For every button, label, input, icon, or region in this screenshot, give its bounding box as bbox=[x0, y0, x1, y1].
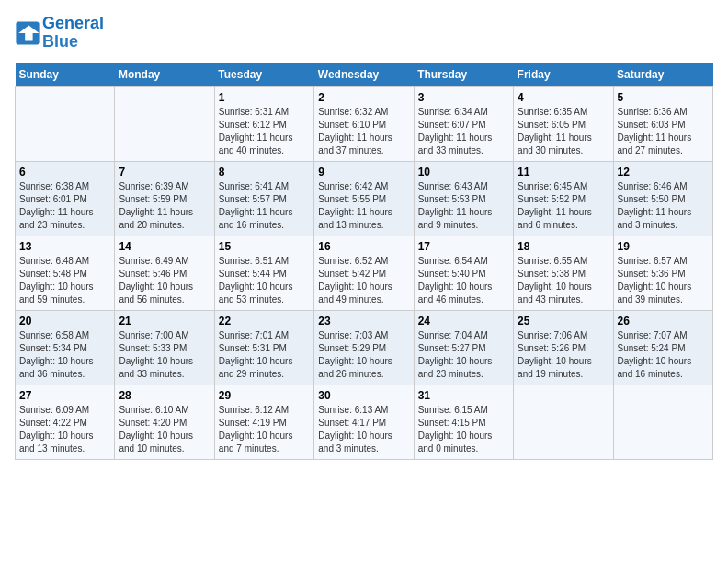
week-row-5: 27Sunrise: 6:09 AM Sunset: 4:22 PM Dayli… bbox=[16, 385, 713, 459]
calendar-cell: 20Sunrise: 6:58 AM Sunset: 5:34 PM Dayli… bbox=[16, 310, 115, 385]
day-number: 30 bbox=[318, 389, 409, 402]
calendar-cell: 6Sunrise: 6:38 AM Sunset: 6:01 PM Daylig… bbox=[16, 161, 115, 236]
week-row-3: 13Sunrise: 6:48 AM Sunset: 5:48 PM Dayli… bbox=[16, 236, 713, 310]
page-header: General Blue bbox=[15, 15, 713, 52]
calendar-cell: 11Sunrise: 6:45 AM Sunset: 5:52 PM Dayli… bbox=[514, 161, 613, 236]
day-header-thursday: Thursday bbox=[414, 63, 513, 87]
calendar-cell: 14Sunrise: 6:49 AM Sunset: 5:46 PM Dayli… bbox=[115, 236, 214, 310]
day-number: 3 bbox=[418, 91, 509, 104]
day-info: Sunrise: 7:07 AM Sunset: 5:24 PM Dayligh… bbox=[618, 329, 709, 381]
day-info: Sunrise: 6:35 AM Sunset: 6:05 PM Dayligh… bbox=[518, 106, 609, 157]
day-number: 14 bbox=[119, 240, 210, 253]
day-number: 10 bbox=[418, 166, 509, 178]
calendar-cell: 12Sunrise: 6:46 AM Sunset: 5:50 PM Dayli… bbox=[613, 161, 712, 236]
day-info: Sunrise: 7:04 AM Sunset: 5:27 PM Dayligh… bbox=[418, 329, 509, 381]
day-info: Sunrise: 6:42 AM Sunset: 5:55 PM Dayligh… bbox=[318, 180, 409, 232]
calendar-cell: 23Sunrise: 7:03 AM Sunset: 5:29 PM Dayli… bbox=[314, 310, 414, 385]
calendar-cell: 13Sunrise: 6:48 AM Sunset: 5:48 PM Dayli… bbox=[16, 236, 115, 310]
day-number: 15 bbox=[219, 240, 310, 253]
day-info: Sunrise: 6:48 AM Sunset: 5:48 PM Dayligh… bbox=[19, 255, 110, 306]
calendar-cell: 4Sunrise: 6:35 AM Sunset: 6:05 PM Daylig… bbox=[514, 86, 613, 161]
calendar-cell: 8Sunrise: 6:41 AM Sunset: 5:57 PM Daylig… bbox=[214, 161, 313, 236]
day-info: Sunrise: 6:45 AM Sunset: 5:52 PM Dayligh… bbox=[518, 180, 609, 232]
day-info: Sunrise: 6:58 AM Sunset: 5:34 PM Dayligh… bbox=[19, 329, 110, 381]
calendar-cell: 16Sunrise: 6:52 AM Sunset: 5:42 PM Dayli… bbox=[314, 236, 414, 310]
day-info: Sunrise: 6:10 AM Sunset: 4:20 PM Dayligh… bbox=[119, 404, 210, 455]
day-number: 16 bbox=[318, 240, 409, 253]
day-number: 6 bbox=[19, 166, 110, 178]
week-row-1: 1Sunrise: 6:31 AM Sunset: 6:12 PM Daylig… bbox=[16, 86, 713, 161]
logo-icon bbox=[15, 20, 40, 46]
calendar-cell: 1Sunrise: 6:31 AM Sunset: 6:12 PM Daylig… bbox=[214, 86, 313, 161]
calendar-cell bbox=[16, 86, 115, 161]
day-header-wednesday: Wednesday bbox=[314, 63, 414, 87]
calendar-cell: 5Sunrise: 6:36 AM Sunset: 6:03 PM Daylig… bbox=[613, 86, 712, 161]
days-header-row: SundayMondayTuesdayWednesdayThursdayFrid… bbox=[16, 63, 713, 87]
calendar-cell bbox=[613, 385, 712, 459]
calendar-header: SundayMondayTuesdayWednesdayThursdayFrid… bbox=[16, 63, 713, 87]
day-info: Sunrise: 6:52 AM Sunset: 5:42 PM Dayligh… bbox=[318, 255, 409, 306]
day-number: 1 bbox=[219, 91, 310, 104]
day-info: Sunrise: 7:00 AM Sunset: 5:33 PM Dayligh… bbox=[119, 329, 210, 381]
day-info: Sunrise: 6:57 AM Sunset: 5:36 PM Dayligh… bbox=[618, 255, 709, 306]
day-info: Sunrise: 6:34 AM Sunset: 6:07 PM Dayligh… bbox=[418, 106, 509, 157]
day-number: 22 bbox=[219, 315, 310, 327]
day-number: 5 bbox=[618, 91, 709, 104]
day-number: 28 bbox=[119, 389, 210, 402]
calendar-cell: 7Sunrise: 6:39 AM Sunset: 5:59 PM Daylig… bbox=[115, 161, 214, 236]
day-info: Sunrise: 6:13 AM Sunset: 4:17 PM Dayligh… bbox=[318, 404, 409, 455]
day-header-friday: Friday bbox=[514, 63, 613, 87]
day-number: 21 bbox=[119, 315, 210, 327]
calendar-cell: 25Sunrise: 7:06 AM Sunset: 5:26 PM Dayli… bbox=[514, 310, 613, 385]
day-number: 23 bbox=[318, 315, 409, 327]
day-number: 12 bbox=[618, 166, 709, 178]
calendar-cell: 17Sunrise: 6:54 AM Sunset: 5:40 PM Dayli… bbox=[414, 236, 513, 310]
day-header-sunday: Sunday bbox=[16, 63, 115, 87]
day-info: Sunrise: 6:32 AM Sunset: 6:10 PM Dayligh… bbox=[318, 106, 409, 157]
week-row-4: 20Sunrise: 6:58 AM Sunset: 5:34 PM Dayli… bbox=[16, 310, 713, 385]
day-info: Sunrise: 6:36 AM Sunset: 6:03 PM Dayligh… bbox=[618, 106, 709, 157]
calendar-cell bbox=[115, 86, 214, 161]
logo: General Blue bbox=[15, 15, 104, 52]
day-number: 24 bbox=[418, 315, 509, 327]
day-info: Sunrise: 6:49 AM Sunset: 5:46 PM Dayligh… bbox=[119, 255, 210, 306]
day-info: Sunrise: 6:41 AM Sunset: 5:57 PM Dayligh… bbox=[219, 180, 310, 232]
calendar-cell: 19Sunrise: 6:57 AM Sunset: 5:36 PM Dayli… bbox=[613, 236, 712, 310]
calendar-cell: 10Sunrise: 6:43 AM Sunset: 5:53 PM Dayli… bbox=[414, 161, 513, 236]
day-info: Sunrise: 6:51 AM Sunset: 5:44 PM Dayligh… bbox=[219, 255, 310, 306]
day-header-saturday: Saturday bbox=[613, 63, 712, 87]
calendar-cell: 22Sunrise: 7:01 AM Sunset: 5:31 PM Dayli… bbox=[214, 310, 313, 385]
day-info: Sunrise: 6:12 AM Sunset: 4:19 PM Dayligh… bbox=[219, 404, 310, 455]
day-header-tuesday: Tuesday bbox=[214, 63, 313, 87]
day-number: 26 bbox=[618, 315, 709, 327]
calendar-body: 1Sunrise: 6:31 AM Sunset: 6:12 PM Daylig… bbox=[16, 86, 713, 459]
day-number: 27 bbox=[19, 389, 110, 402]
day-header-monday: Monday bbox=[115, 63, 214, 87]
logo-text: General Blue bbox=[42, 15, 104, 52]
day-info: Sunrise: 6:38 AM Sunset: 6:01 PM Dayligh… bbox=[19, 180, 110, 232]
day-number: 17 bbox=[418, 240, 509, 253]
calendar-cell: 31Sunrise: 6:15 AM Sunset: 4:15 PM Dayli… bbox=[414, 385, 513, 459]
calendar-cell: 21Sunrise: 7:00 AM Sunset: 5:33 PM Dayli… bbox=[115, 310, 214, 385]
calendar-cell: 27Sunrise: 6:09 AM Sunset: 4:22 PM Dayli… bbox=[16, 385, 115, 459]
day-number: 4 bbox=[518, 91, 609, 104]
day-number: 20 bbox=[19, 315, 110, 327]
day-number: 8 bbox=[219, 166, 310, 178]
calendar-cell: 26Sunrise: 7:07 AM Sunset: 5:24 PM Dayli… bbox=[613, 310, 712, 385]
calendar-cell: 30Sunrise: 6:13 AM Sunset: 4:17 PM Dayli… bbox=[314, 385, 414, 459]
day-info: Sunrise: 6:15 AM Sunset: 4:15 PM Dayligh… bbox=[418, 404, 509, 455]
day-number: 11 bbox=[518, 166, 609, 178]
calendar-cell: 29Sunrise: 6:12 AM Sunset: 4:19 PM Dayli… bbox=[214, 385, 313, 459]
week-row-2: 6Sunrise: 6:38 AM Sunset: 6:01 PM Daylig… bbox=[16, 161, 713, 236]
day-number: 19 bbox=[618, 240, 709, 253]
calendar-table: SundayMondayTuesdayWednesdayThursdayFrid… bbox=[15, 63, 713, 460]
day-info: Sunrise: 6:54 AM Sunset: 5:40 PM Dayligh… bbox=[418, 255, 509, 306]
calendar-cell bbox=[514, 385, 613, 459]
calendar-cell: 15Sunrise: 6:51 AM Sunset: 5:44 PM Dayli… bbox=[214, 236, 313, 310]
day-info: Sunrise: 7:06 AM Sunset: 5:26 PM Dayligh… bbox=[518, 329, 609, 381]
day-info: Sunrise: 6:55 AM Sunset: 5:38 PM Dayligh… bbox=[518, 255, 609, 306]
calendar-cell: 18Sunrise: 6:55 AM Sunset: 5:38 PM Dayli… bbox=[514, 236, 613, 310]
calendar-cell: 2Sunrise: 6:32 AM Sunset: 6:10 PM Daylig… bbox=[314, 86, 414, 161]
day-info: Sunrise: 6:46 AM Sunset: 5:50 PM Dayligh… bbox=[618, 180, 709, 232]
day-number: 18 bbox=[518, 240, 609, 253]
